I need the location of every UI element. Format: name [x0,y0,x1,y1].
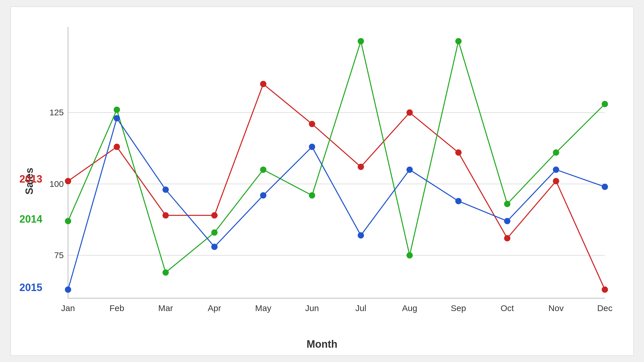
svg-point-34 [162,269,169,276]
svg-point-25 [309,121,315,127]
svg-text:2013: 2013 [19,173,42,185]
svg-point-26 [358,163,364,170]
svg-point-24 [260,81,266,87]
svg-text:Sep: Sep [451,303,466,313]
svg-text:2014: 2014 [19,213,42,225]
svg-point-33 [113,106,120,113]
svg-text:Oct: Oct [501,303,514,313]
chart-area: 75100125JanFebMarAprMayJunJulAugSepOctNo… [45,18,616,321]
svg-point-47 [211,244,218,250]
svg-point-54 [553,166,559,173]
svg-point-52 [455,198,461,204]
svg-point-23 [211,212,218,218]
svg-text:75: 75 [54,250,63,260]
svg-point-32 [65,218,71,224]
svg-point-44 [65,286,71,293]
svg-point-35 [211,229,218,236]
svg-point-51 [406,166,413,173]
svg-text:2015: 2015 [19,282,42,293]
svg-point-30 [553,178,559,184]
svg-point-27 [406,109,413,116]
svg-text:Nov: Nov [548,303,563,313]
svg-point-31 [602,286,608,293]
svg-point-53 [504,218,510,224]
svg-text:Jul: Jul [355,303,366,313]
svg-text:Apr: Apr [208,303,221,313]
svg-point-46 [162,186,169,193]
svg-point-38 [358,38,364,44]
svg-text:125: 125 [49,108,63,117]
svg-point-39 [406,252,413,258]
svg-point-29 [504,235,510,241]
svg-point-40 [455,38,461,44]
svg-point-48 [260,192,266,198]
svg-text:100: 100 [49,179,63,188]
svg-point-50 [358,232,364,238]
svg-text:May: May [255,303,271,313]
svg-point-42 [553,149,559,156]
svg-point-28 [455,149,461,156]
svg-point-41 [504,201,510,207]
chart-container: Sales Month 75100125JanFebMarAprMayJunJu… [11,7,634,356]
svg-point-49 [309,144,315,150]
svg-point-21 [113,144,120,150]
svg-text:Aug: Aug [402,303,417,313]
svg-text:Jun: Jun [305,303,319,313]
svg-point-37 [309,192,315,198]
line-chart-svg: 75100125JanFebMarAprMayJunJulAugSepOctNo… [45,18,616,321]
x-axis-label: Month [307,338,338,350]
svg-point-55 [602,183,608,190]
svg-point-45 [113,115,120,121]
svg-point-22 [162,212,169,218]
svg-text:Feb: Feb [109,303,124,313]
svg-point-43 [602,101,608,107]
svg-text:Dec: Dec [597,303,612,313]
svg-point-20 [65,178,71,184]
svg-point-36 [260,166,266,173]
svg-text:Jan: Jan [61,303,75,313]
svg-text:Mar: Mar [158,303,173,313]
